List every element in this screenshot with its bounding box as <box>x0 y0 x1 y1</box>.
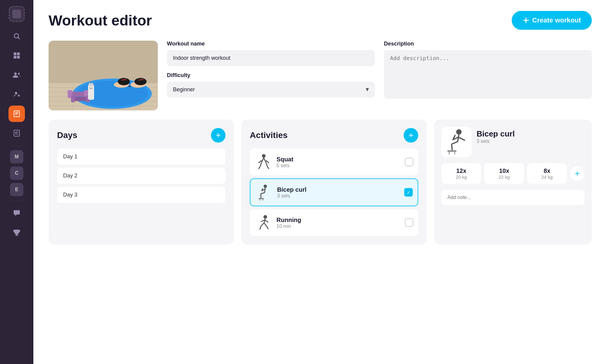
set-2-reps: 10x <box>490 167 518 174</box>
svg-rect-2 <box>14 52 16 55</box>
svg-rect-43 <box>128 86 131 87</box>
activity-item-squat[interactable]: Squat 5 sets <box>250 149 418 175</box>
set-1-reps: 12x <box>447 167 476 174</box>
svg-point-44 <box>262 154 266 158</box>
avatar-c[interactable]: C <box>10 167 23 180</box>
sidebar-item-checklist[interactable] <box>8 125 25 141</box>
day-list: Day 1 Day 2 Day 3 <box>57 149 226 203</box>
set-card-3[interactable]: 8x 24 kg <box>527 163 567 184</box>
activities-panel-header: Activities + <box>250 128 418 143</box>
description-label: Description <box>384 41 592 47</box>
sidebar-divider-2 <box>11 201 23 201</box>
sidebar-divider <box>11 146 23 146</box>
page-title: Workout editor <box>49 12 152 29</box>
workout-name-group: Workout name <box>167 41 375 66</box>
svg-line-65 <box>260 226 261 230</box>
activity-list: Squat 5 sets <box>250 149 418 236</box>
description-section: Description <box>384 41 592 110</box>
svg-rect-5 <box>17 56 20 59</box>
add-set-button[interactable]: + <box>570 166 585 181</box>
running-checkbox[interactable] <box>405 218 413 227</box>
avatar-e[interactable]: E <box>10 183 23 196</box>
svg-point-0 <box>14 34 19 38</box>
svg-rect-76 <box>447 150 456 152</box>
set-3-weight: 24 kg <box>533 174 561 180</box>
squat-checkbox[interactable] <box>405 158 413 166</box>
svg-rect-35 <box>89 83 93 86</box>
set-card-1[interactable]: 12x 20 kg <box>441 163 481 184</box>
svg-line-66 <box>264 223 266 226</box>
add-day-button[interactable]: + <box>211 128 226 143</box>
svg-line-45 <box>262 158 264 162</box>
sidebar: M C E <box>0 0 33 364</box>
page-header: Workout editor Create workout <box>49 11 592 30</box>
detail-header: Bicep curl 3 sets <box>441 127 585 157</box>
svg-rect-36 <box>90 88 93 89</box>
svg-rect-31 <box>73 97 88 101</box>
sidebar-item-users[interactable] <box>8 67 25 83</box>
svg-rect-11 <box>14 130 19 136</box>
svg-point-6 <box>14 72 17 75</box>
running-figure <box>255 214 273 232</box>
svg-line-67 <box>266 226 268 229</box>
svg-line-50 <box>267 167 269 169</box>
add-activity-button[interactable]: + <box>404 128 418 143</box>
workout-name-label: Workout name <box>167 41 375 47</box>
days-panel: Days + Day 1 Day 2 Day 3 <box>49 120 234 244</box>
activity-item-bicep-curl[interactable]: Bicep curl 3 sets ✓ <box>250 178 418 206</box>
sidebar-item-starred[interactable] <box>8 86 25 103</box>
svg-line-56 <box>261 194 261 198</box>
sidebar-item-dashboard[interactable] <box>8 47 25 64</box>
difficulty-label: Difficulty <box>167 72 375 79</box>
create-workout-button[interactable]: Create workout <box>512 11 592 30</box>
set-card-2[interactable]: 10x 22 kg <box>484 163 524 184</box>
bicep-curl-info: Bicep curl 3 sets <box>277 186 401 199</box>
svg-point-53 <box>263 184 267 188</box>
svg-point-7 <box>18 73 20 75</box>
svg-line-55 <box>261 193 265 194</box>
day-item[interactable]: Day 3 <box>57 187 226 203</box>
note-input[interactable] <box>441 190 585 205</box>
set-1-weight: 20 kg <box>447 174 476 180</box>
detail-exercise-name: Bicep curl <box>476 129 515 139</box>
svg-rect-59 <box>259 198 264 199</box>
svg-line-48 <box>266 162 267 167</box>
squat-info: Squat 5 sets <box>276 156 401 168</box>
svg-line-71 <box>458 135 459 142</box>
svg-line-79 <box>459 137 465 140</box>
workout-image[interactable] <box>49 41 158 110</box>
svg-line-69 <box>265 220 268 222</box>
day-item[interactable]: Day 2 <box>57 168 226 184</box>
svg-rect-4 <box>14 56 16 59</box>
svg-line-72 <box>452 142 458 144</box>
workout-form: Workout name Difficulty Beginner Interme… <box>49 41 592 110</box>
svg-line-64 <box>261 223 264 226</box>
days-panel-header: Days + <box>57 128 226 143</box>
svg-rect-34 <box>88 85 94 100</box>
day-item[interactable]: Day 1 <box>57 149 226 165</box>
sidebar-item-chat[interactable] <box>8 205 25 221</box>
difficulty-select-wrapper: Beginner Intermediate Advanced ▼ <box>167 82 375 97</box>
svg-point-62 <box>263 215 267 219</box>
detail-exercise-figure <box>441 127 472 157</box>
workout-name-input[interactable] <box>167 50 375 66</box>
difficulty-group: Difficulty Beginner Intermediate Advance… <box>167 72 375 97</box>
detail-title-group: Bicep curl 3 sets <box>476 127 515 144</box>
activity-item-running[interactable]: Running 10 min <box>250 209 418 236</box>
svg-point-39 <box>118 78 130 85</box>
workout-name-difficulty-section: Workout name Difficulty Beginner Interme… <box>167 41 375 110</box>
logo <box>9 6 25 22</box>
activities-panel: Activities + <box>241 120 427 244</box>
svg-line-54 <box>265 188 265 193</box>
difficulty-select[interactable]: Beginner Intermediate Advanced <box>167 82 375 97</box>
squat-detail: 5 sets <box>276 163 401 168</box>
sidebar-item-search[interactable] <box>8 28 25 44</box>
running-info: Running 10 min <box>276 217 401 229</box>
sidebar-item-workout-editor[interactable] <box>8 106 25 122</box>
svg-line-63 <box>264 219 265 223</box>
avatar-m[interactable]: M <box>10 150 23 163</box>
sidebar-item-trophy[interactable] <box>8 224 25 241</box>
bicep-curl-checkbox[interactable]: ✓ <box>404 188 413 197</box>
description-textarea[interactable] <box>384 50 592 99</box>
svg-point-40 <box>134 78 147 85</box>
